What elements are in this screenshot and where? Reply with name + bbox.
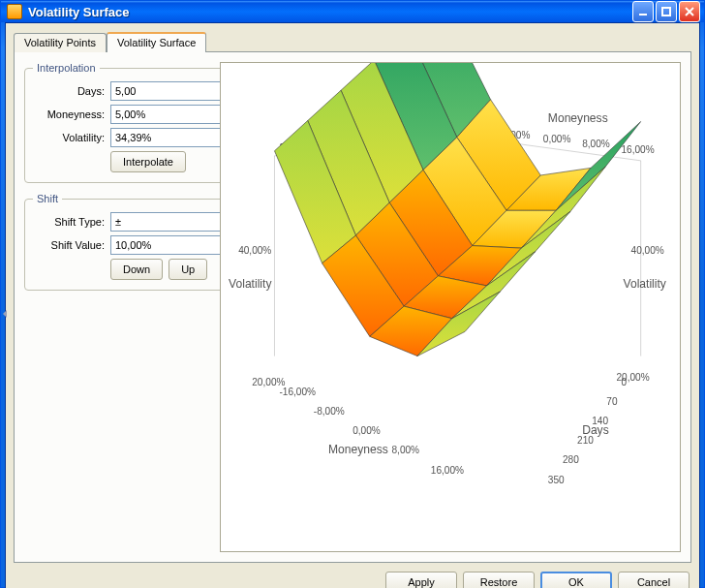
ok-button[interactable]: OK (540, 572, 612, 588)
axis-moneyness-title-bottom: Moneyness (328, 443, 388, 456)
days-label: Days: (33, 85, 110, 97)
interpolation-legend: Interpolation (33, 62, 100, 74)
moneyness-tick: -16,00% (280, 387, 317, 397)
shift-type-value: ± (115, 216, 121, 228)
days-tick: 0 (621, 377, 627, 387)
moneyness-tick: 8,00% (582, 139, 610, 149)
volatility-label: Volatility: (33, 132, 110, 143)
restore-button[interactable]: Restore (463, 572, 535, 588)
app-icon (7, 4, 22, 19)
moneyness-tick: 16,00% (431, 465, 464, 476)
moneyness-tick: 0,00% (352, 425, 381, 436)
vol-tick: 40,00% (631, 245, 664, 256)
shift-type-label: Shift Type: (33, 216, 110, 228)
collapse-left-panel[interactable] (2, 294, 7, 333)
interpolate-button[interactable]: Interpolate (110, 151, 186, 172)
shift-up-button[interactable]: Up (169, 259, 207, 280)
tabstrip: Volatility Points Volatility Surface (14, 31, 691, 52)
window-title: Volatility Surface (28, 5, 130, 19)
close-button[interactable] (679, 1, 700, 22)
cancel-button[interactable]: Cancel (618, 572, 690, 588)
axis-vol-title-right: Volatility (624, 277, 667, 291)
moneyness-tick: -8,00% (314, 406, 345, 417)
dialog-button-bar: Apply Restore OK Cancel (14, 563, 691, 588)
app-window: Volatility Surface Volatility Points Vol… (0, 0, 705, 588)
left-column: Interpolation Days: Moneyness: Volatilit… (24, 62, 210, 552)
apply-button[interactable]: Apply (385, 572, 457, 588)
svg-rect-0 (639, 14, 647, 15)
shift-legend: Shift (33, 193, 62, 204)
vol-tick: 40,00% (238, 245, 271, 256)
surface-chart: Days Moneyness 350 280 210 140 70 0 -16,… (220, 62, 681, 552)
moneyness-tick: 0,00% (543, 134, 571, 144)
tab-volatility-surface[interactable]: Volatility Surface (107, 32, 206, 52)
axis-vol-title-left: Volatility (229, 277, 272, 291)
titlebar: Volatility Surface (1, 1, 704, 22)
moneyness-tick: 16,00% (621, 144, 654, 155)
axis-days-title-bottom: Days (582, 423, 609, 437)
tab-panel: Interpolation Days: Moneyness: Volatilit… (14, 51, 691, 563)
tab-volatility-points[interactable]: Volatility Points (14, 33, 107, 52)
axis-moneyness-title-top: Moneyness (548, 111, 608, 125)
days-tick: 280 (563, 454, 579, 465)
svg-rect-1 (662, 8, 670, 15)
shift-down-button[interactable]: Down (110, 259, 163, 280)
surface-svg: Days Moneyness 350 280 210 140 70 0 -16,… (221, 63, 680, 551)
days-tick: 350 (548, 475, 565, 485)
shift-value-label: Shift Value: (33, 239, 110, 251)
minimize-button[interactable] (632, 1, 654, 22)
days-tick: 70 (606, 396, 618, 407)
moneyness-tick: 8,00% (391, 445, 419, 455)
moneyness-label: Moneyness: (33, 108, 110, 120)
client-area: Volatility Points Volatility Surface Int… (5, 22, 700, 588)
maximize-button[interactable] (656, 1, 677, 22)
